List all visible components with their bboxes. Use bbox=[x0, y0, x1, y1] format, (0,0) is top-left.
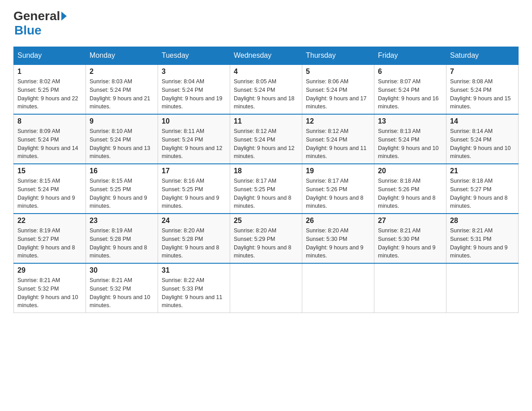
day-number: 30 bbox=[90, 266, 154, 274]
day-number: 16 bbox=[90, 167, 154, 175]
calendar-cell: 28 Sunrise: 8:21 AMSunset: 5:31 PMDaylig… bbox=[446, 214, 519, 263]
day-info: Sunrise: 8:17 AMSunset: 5:26 PMDaylight:… bbox=[306, 178, 364, 209]
calendar-cell bbox=[446, 263, 519, 313]
day-info: Sunrise: 8:11 AMSunset: 5:24 PMDaylight:… bbox=[162, 128, 223, 159]
day-number: 23 bbox=[90, 217, 154, 225]
logo-blue: Blue bbox=[14, 23, 42, 37]
day-info: Sunrise: 8:12 AMSunset: 5:24 PMDaylight:… bbox=[234, 128, 295, 159]
day-info: Sunrise: 8:14 AMSunset: 5:24 PMDaylight:… bbox=[450, 128, 511, 159]
calendar-cell: 27 Sunrise: 8:21 AMSunset: 5:30 PMDaylig… bbox=[374, 214, 446, 263]
day-info: Sunrise: 8:17 AMSunset: 5:25 PMDaylight:… bbox=[234, 178, 292, 209]
calendar-cell: 18 Sunrise: 8:17 AMSunset: 5:25 PMDaylig… bbox=[230, 164, 302, 214]
calendar-cell: 1 Sunrise: 8:02 AMSunset: 5:25 PMDayligh… bbox=[14, 64, 86, 114]
day-header-sunday: Sunday bbox=[14, 47, 86, 65]
day-number: 4 bbox=[234, 68, 298, 76]
day-info: Sunrise: 8:22 AMSunset: 5:33 PMDaylight:… bbox=[162, 277, 223, 308]
calendar-cell: 26 Sunrise: 8:20 AMSunset: 5:30 PMDaylig… bbox=[302, 214, 374, 263]
calendar-cell: 15 Sunrise: 8:15 AMSunset: 5:24 PMDaylig… bbox=[14, 164, 86, 214]
day-number: 13 bbox=[378, 117, 442, 125]
calendar-cell: 5 Sunrise: 8:06 AMSunset: 5:24 PMDayligh… bbox=[302, 64, 374, 114]
calendar-cell: 23 Sunrise: 8:19 AMSunset: 5:28 PMDaylig… bbox=[86, 214, 158, 263]
day-info: Sunrise: 8:21 AMSunset: 5:32 PMDaylight:… bbox=[17, 277, 78, 308]
calendar-cell: 7 Sunrise: 8:08 AMSunset: 5:24 PMDayligh… bbox=[446, 64, 519, 114]
calendar-cell: 6 Sunrise: 8:07 AMSunset: 5:24 PMDayligh… bbox=[374, 64, 446, 114]
calendar-cell: 13 Sunrise: 8:13 AMSunset: 5:24 PMDaylig… bbox=[374, 114, 446, 164]
day-info: Sunrise: 8:20 AMSunset: 5:29 PMDaylight:… bbox=[234, 227, 292, 259]
day-number: 12 bbox=[306, 117, 370, 125]
day-info: Sunrise: 8:19 AMSunset: 5:28 PMDaylight:… bbox=[90, 227, 147, 259]
day-number: 2 bbox=[90, 68, 154, 76]
day-info: Sunrise: 8:21 AMSunset: 5:31 PMDaylight:… bbox=[450, 227, 508, 259]
day-info: Sunrise: 8:13 AMSunset: 5:24 PMDaylight:… bbox=[378, 128, 439, 159]
day-number: 22 bbox=[17, 217, 82, 225]
day-number: 6 bbox=[378, 68, 442, 76]
calendar-cell bbox=[374, 263, 446, 313]
day-info: Sunrise: 8:09 AMSunset: 5:24 PMDaylight:… bbox=[17, 128, 78, 159]
day-info: Sunrise: 8:21 AMSunset: 5:32 PMDaylight:… bbox=[90, 277, 150, 308]
day-header-wednesday: Wednesday bbox=[230, 47, 302, 65]
calendar-cell: 17 Sunrise: 8:16 AMSunset: 5:25 PMDaylig… bbox=[158, 164, 230, 214]
day-number: 11 bbox=[234, 117, 298, 125]
logo-text: General bbox=[13, 9, 68, 23]
day-info: Sunrise: 8:02 AMSunset: 5:25 PMDaylight:… bbox=[17, 78, 78, 110]
day-number: 7 bbox=[450, 68, 515, 76]
day-info: Sunrise: 8:21 AMSunset: 5:30 PMDaylight:… bbox=[378, 227, 436, 259]
day-header-friday: Friday bbox=[374, 47, 446, 65]
day-info: Sunrise: 8:20 AMSunset: 5:30 PMDaylight:… bbox=[306, 227, 364, 259]
day-info: Sunrise: 8:08 AMSunset: 5:24 PMDaylight:… bbox=[450, 78, 511, 110]
day-number: 18 bbox=[234, 167, 298, 175]
day-number: 26 bbox=[306, 217, 370, 225]
day-number: 10 bbox=[162, 117, 226, 125]
day-number: 3 bbox=[162, 68, 226, 76]
calendar-cell: 4 Sunrise: 8:05 AMSunset: 5:24 PMDayligh… bbox=[230, 64, 302, 114]
day-info: Sunrise: 8:18 AMSunset: 5:26 PMDaylight:… bbox=[378, 178, 436, 209]
day-info: Sunrise: 8:15 AMSunset: 5:24 PMDaylight:… bbox=[17, 178, 75, 209]
calendar-cell: 3 Sunrise: 8:04 AMSunset: 5:24 PMDayligh… bbox=[158, 64, 230, 114]
day-info: Sunrise: 8:03 AMSunset: 5:24 PMDaylight:… bbox=[90, 78, 150, 110]
calendar-cell: 12 Sunrise: 8:12 AMSunset: 5:24 PMDaylig… bbox=[302, 114, 374, 164]
calendar-cell: 31 Sunrise: 8:22 AMSunset: 5:33 PMDaylig… bbox=[158, 263, 230, 313]
calendar-week-row: 22 Sunrise: 8:19 AMSunset: 5:27 PMDaylig… bbox=[14, 214, 519, 263]
calendar-cell: 2 Sunrise: 8:03 AMSunset: 5:24 PMDayligh… bbox=[86, 64, 158, 114]
logo: General Blue bbox=[13, 9, 68, 38]
day-number: 14 bbox=[450, 117, 515, 125]
day-number: 1 bbox=[17, 68, 82, 76]
calendar-week-row: 15 Sunrise: 8:15 AMSunset: 5:24 PMDaylig… bbox=[14, 164, 519, 214]
day-info: Sunrise: 8:16 AMSunset: 5:25 PMDaylight:… bbox=[162, 178, 219, 209]
day-info: Sunrise: 8:06 AMSunset: 5:24 PMDaylight:… bbox=[306, 78, 367, 110]
day-info: Sunrise: 8:04 AMSunset: 5:24 PMDaylight:… bbox=[162, 78, 223, 110]
day-info: Sunrise: 8:15 AMSunset: 5:25 PMDaylight:… bbox=[90, 178, 147, 209]
day-header-tuesday: Tuesday bbox=[158, 47, 230, 65]
calendar-cell: 8 Sunrise: 8:09 AMSunset: 5:24 PMDayligh… bbox=[14, 114, 86, 164]
calendar-cell: 25 Sunrise: 8:20 AMSunset: 5:29 PMDaylig… bbox=[230, 214, 302, 263]
calendar-cell: 29 Sunrise: 8:21 AMSunset: 5:32 PMDaylig… bbox=[14, 263, 86, 313]
calendar-week-row: 29 Sunrise: 8:21 AMSunset: 5:32 PMDaylig… bbox=[14, 263, 519, 313]
day-number: 9 bbox=[90, 117, 154, 125]
day-number: 20 bbox=[378, 167, 442, 175]
calendar-header-row: SundayMondayTuesdayWednesdayThursdayFrid… bbox=[14, 47, 519, 65]
calendar-cell: 22 Sunrise: 8:19 AMSunset: 5:27 PMDaylig… bbox=[14, 214, 86, 263]
day-header-saturday: Saturday bbox=[446, 47, 519, 65]
page-header: General Blue bbox=[13, 9, 519, 38]
calendar-week-row: 1 Sunrise: 8:02 AMSunset: 5:25 PMDayligh… bbox=[14, 64, 519, 114]
calendar-cell: 16 Sunrise: 8:15 AMSunset: 5:25 PMDaylig… bbox=[86, 164, 158, 214]
calendar-cell: 21 Sunrise: 8:18 AMSunset: 5:27 PMDaylig… bbox=[446, 164, 519, 214]
logo-general: General bbox=[13, 9, 60, 23]
day-info: Sunrise: 8:18 AMSunset: 5:27 PMDaylight:… bbox=[450, 178, 508, 209]
calendar-cell: 20 Sunrise: 8:18 AMSunset: 5:26 PMDaylig… bbox=[374, 164, 446, 214]
calendar-cell: 30 Sunrise: 8:21 AMSunset: 5:32 PMDaylig… bbox=[86, 263, 158, 313]
day-header-monday: Monday bbox=[86, 47, 158, 65]
day-number: 31 bbox=[162, 266, 226, 274]
day-info: Sunrise: 8:12 AMSunset: 5:24 PMDaylight:… bbox=[306, 128, 367, 159]
day-info: Sunrise: 8:10 AMSunset: 5:24 PMDaylight:… bbox=[90, 128, 150, 159]
day-number: 24 bbox=[162, 217, 226, 225]
day-header-thursday: Thursday bbox=[302, 47, 374, 65]
day-info: Sunrise: 8:20 AMSunset: 5:28 PMDaylight:… bbox=[162, 227, 219, 259]
calendar-cell: 14 Sunrise: 8:14 AMSunset: 5:24 PMDaylig… bbox=[446, 114, 519, 164]
day-info: Sunrise: 8:19 AMSunset: 5:27 PMDaylight:… bbox=[17, 227, 75, 259]
calendar-cell bbox=[302, 263, 374, 313]
day-number: 19 bbox=[306, 167, 370, 175]
calendar-cell: 19 Sunrise: 8:17 AMSunset: 5:26 PMDaylig… bbox=[302, 164, 374, 214]
day-number: 8 bbox=[17, 117, 82, 125]
calendar-cell: 24 Sunrise: 8:20 AMSunset: 5:28 PMDaylig… bbox=[158, 214, 230, 263]
